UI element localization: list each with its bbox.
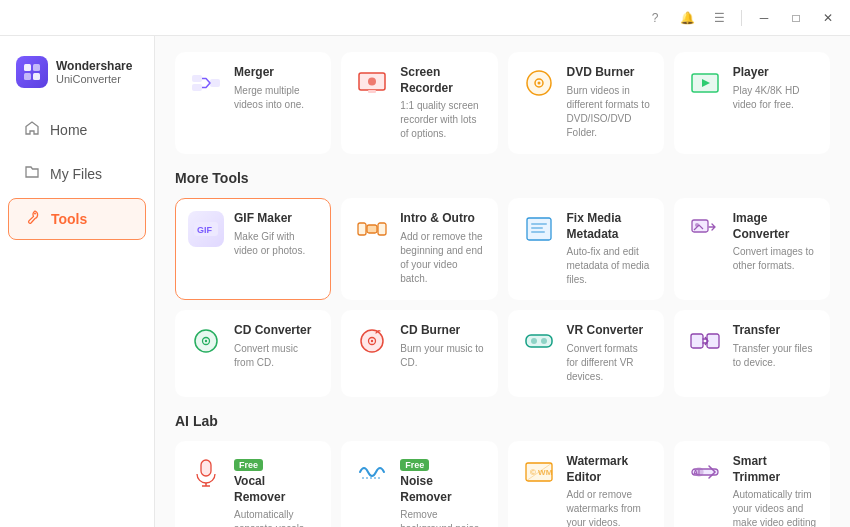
intro-outro-icon: [354, 211, 390, 247]
svg-point-33: [371, 340, 373, 342]
sidebar-item-home[interactable]: Home: [8, 110, 146, 150]
app-logo: Wondershare UniConverter: [0, 48, 154, 108]
merger-icon: [188, 65, 224, 101]
close-button[interactable]: ✕: [814, 7, 842, 29]
svg-rect-21: [367, 225, 377, 233]
svg-rect-39: [201, 460, 211, 476]
vr-converter-icon: [521, 323, 557, 359]
svg-point-35: [531, 338, 537, 344]
svg-rect-0: [24, 64, 31, 71]
home-label: Home: [50, 122, 87, 138]
svg-text:AI: AI: [693, 469, 700, 476]
screen-recorder-info: Screen Recorder 1:1 quality screen recor…: [400, 65, 484, 141]
cd-converter-icon: [188, 323, 224, 359]
tools-icon: [25, 209, 41, 229]
watermark-editor-icon: © WM: [521, 454, 557, 490]
myfiles-label: My Files: [50, 166, 102, 182]
tool-card-noise-remover[interactable]: Free Noise Remover Remove background noi…: [341, 441, 497, 527]
dvd-burner-info: DVD Burner Burn videos in different form…: [567, 65, 651, 140]
svg-rect-2: [24, 73, 31, 80]
svg-text:GIF: GIF: [197, 225, 213, 235]
maximize-button[interactable]: □: [782, 7, 810, 29]
tool-card-cd-converter[interactable]: CD Converter Convert music from CD.: [175, 310, 331, 397]
app-layout: Wondershare UniConverter Home My Files T…: [0, 36, 850, 527]
svg-rect-19: [358, 223, 366, 235]
titlebar: ? 🔔 ☰ ─ □ ✕: [0, 0, 850, 36]
tool-card-image-converter[interactable]: Image Converter Convert images to other …: [674, 198, 830, 300]
cd-burner-info: CD Burner Burn your music to CD.: [400, 323, 484, 370]
more-tools-grid: GIF GIF Maker Make Gif with video or pho…: [175, 198, 830, 397]
window-controls: ? 🔔 ☰ ─ □ ✕: [641, 7, 842, 29]
dvd-burner-icon: [521, 65, 557, 101]
sidebar: Wondershare UniConverter Home My Files T…: [0, 36, 155, 527]
fix-metadata-icon: [521, 211, 557, 247]
image-converter-icon: [687, 211, 723, 247]
vr-converter-info: VR Converter Convert formats for differe…: [567, 323, 651, 384]
gif-maker-info: GIF Maker Make Gif with video or photos.: [234, 211, 318, 258]
more-tools-title: More Tools: [175, 170, 830, 186]
gif-maker-icon: GIF: [188, 211, 224, 247]
tool-card-cd-burner[interactable]: CD Burner Burn your music to CD.: [341, 310, 497, 397]
intro-outro-info: Intro & Outro Add or remove the beginnin…: [400, 211, 484, 286]
home-icon: [24, 120, 40, 140]
minimize-button[interactable]: ─: [750, 7, 778, 29]
svg-rect-25: [531, 231, 545, 233]
svg-rect-23: [531, 223, 547, 225]
svg-rect-11: [368, 90, 376, 93]
svg-rect-7: [210, 79, 220, 87]
tool-card-intro-outro[interactable]: Intro & Outro Add or remove the beginnin…: [341, 198, 497, 300]
tool-card-player[interactable]: Player Play 4K/8K HD video for free.: [674, 52, 830, 154]
svg-rect-5: [192, 75, 202, 82]
cd-burner-icon: [354, 323, 390, 359]
vocal-remover-info: Free Vocal Remover Automatically separat…: [234, 454, 318, 527]
svg-rect-1: [33, 64, 40, 71]
svg-rect-3: [33, 73, 40, 80]
notifications-button[interactable]: 🔔: [673, 7, 701, 29]
merger-info: Merger Merge multiple videos into one.: [234, 65, 318, 112]
svg-rect-20: [378, 223, 386, 235]
smart-trimmer-icon: AI: [687, 454, 723, 490]
tool-card-dvd-burner[interactable]: DVD Burner Burn videos in different form…: [508, 52, 664, 154]
top-tools-grid: Merger Merge multiple videos into one. S…: [175, 52, 830, 154]
main-content: Merger Merge multiple videos into one. S…: [155, 36, 850, 527]
cd-converter-info: CD Converter Convert music from CD.: [234, 323, 318, 370]
tool-card-fix-metadata[interactable]: Fix Media Metadata Auto-fix and edit met…: [508, 198, 664, 300]
svg-rect-37: [691, 334, 703, 348]
tool-card-merger[interactable]: Merger Merge multiple videos into one.: [175, 52, 331, 154]
tools-label: Tools: [51, 211, 87, 227]
svg-point-36: [541, 338, 547, 344]
ai-lab-grid: Free Vocal Remover Automatically separat…: [175, 441, 830, 527]
noise-remover-icon: [354, 454, 390, 490]
svg-point-14: [537, 82, 540, 85]
sidebar-item-myfiles[interactable]: My Files: [8, 154, 146, 194]
logo-text: Wondershare UniConverter: [56, 59, 132, 85]
menu-button[interactable]: ☰: [705, 7, 733, 29]
noise-remover-info: Free Noise Remover Remove background noi…: [400, 454, 484, 527]
tool-card-transfer[interactable]: Transfer Transfer your files to device.: [674, 310, 830, 397]
tool-card-screen-recorder[interactable]: Screen Recorder 1:1 quality screen recor…: [341, 52, 497, 154]
tool-card-smart-trimmer[interactable]: AI Smart Trimmer Automatically trim your…: [674, 441, 830, 527]
help-button[interactable]: ?: [641, 7, 669, 29]
noise-remover-badge: Free: [400, 459, 429, 471]
player-info: Player Play 4K/8K HD video for free.: [733, 65, 817, 112]
tool-card-watermark-editor[interactable]: © WM Watermark Editor Add or remove wate…: [508, 441, 664, 527]
fix-metadata-info: Fix Media Metadata Auto-fix and edit met…: [567, 211, 651, 287]
svg-rect-6: [192, 84, 202, 91]
player-icon: [687, 65, 723, 101]
myfiles-icon: [24, 164, 40, 184]
smart-trimmer-info: Smart Trimmer Automatically trim your vi…: [733, 454, 817, 527]
svg-rect-34: [526, 335, 552, 347]
transfer-icon: [687, 323, 723, 359]
svg-rect-24: [531, 227, 543, 229]
logo-icon: [16, 56, 48, 88]
screen-recorder-icon: [354, 65, 390, 101]
sidebar-item-tools[interactable]: Tools: [8, 198, 146, 240]
tool-card-vr-converter[interactable]: VR Converter Convert formats for differe…: [508, 310, 664, 397]
svg-point-4: [34, 213, 36, 215]
vocal-remover-badge: Free: [234, 459, 263, 471]
tool-card-gif-maker[interactable]: GIF GIF Maker Make Gif with video or pho…: [175, 198, 331, 300]
tool-card-vocal-remover[interactable]: Free Vocal Remover Automatically separat…: [175, 441, 331, 527]
svg-point-10: [368, 78, 376, 86]
transfer-info: Transfer Transfer your files to device.: [733, 323, 817, 370]
divider: [741, 10, 742, 26]
